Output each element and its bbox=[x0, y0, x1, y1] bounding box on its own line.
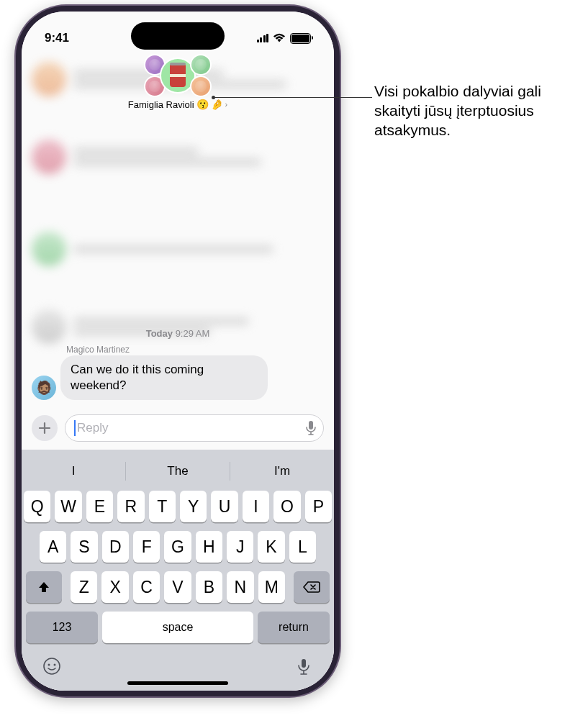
key[interactable]: H bbox=[196, 531, 222, 563]
plus-button[interactable] bbox=[32, 415, 58, 441]
key[interactable]: R bbox=[117, 491, 144, 522]
callout-text: Visi pokalbio dalyviai gali skaityti jūs… bbox=[374, 81, 576, 140]
key[interactable]: N bbox=[227, 571, 253, 603]
message-bubble[interactable]: Can we do it this coming weekend? bbox=[60, 355, 268, 400]
numbers-key[interactable]: 123 bbox=[26, 612, 98, 643]
chevron-right-icon: › bbox=[225, 100, 228, 109]
key[interactable]: Y bbox=[180, 491, 207, 522]
key[interactable]: F bbox=[133, 531, 160, 563]
svg-rect-0 bbox=[309, 421, 313, 430]
backspace-icon bbox=[303, 581, 320, 594]
phone-frame: 9:41 Famiglia Ravioli 😗 bbox=[16, 6, 340, 696]
group-emoji: 😗 bbox=[196, 99, 209, 110]
text-caret bbox=[74, 420, 76, 436]
keyboard-row: Q W E R T Y U I O P bbox=[24, 491, 332, 522]
battery-icon bbox=[290, 33, 311, 44]
key[interactable]: S bbox=[71, 531, 97, 563]
sender-label: Magico Martinez bbox=[66, 345, 334, 355]
timestamp-day: Today bbox=[146, 328, 173, 339]
group-emoji: 🤌 bbox=[211, 99, 223, 110]
key[interactable]: K bbox=[258, 531, 284, 563]
participant-avatar-callout-target bbox=[190, 76, 212, 97]
key[interactable]: D bbox=[102, 531, 129, 563]
space-key[interactable]: space bbox=[102, 612, 253, 643]
microphone-icon[interactable] bbox=[304, 419, 317, 437]
plus-icon bbox=[37, 421, 52, 435]
key[interactable]: W bbox=[55, 491, 81, 522]
return-key[interactable]: return bbox=[258, 612, 330, 643]
key[interactable]: Z bbox=[71, 571, 97, 603]
group-title[interactable]: Famiglia Ravioli 😗 🤌 › bbox=[128, 99, 227, 110]
key[interactable]: O bbox=[273, 491, 300, 522]
keyboard-bottom-row: 123 space return bbox=[24, 612, 332, 643]
callout-leader-line bbox=[214, 97, 372, 98]
emoji-icon[interactable] bbox=[42, 656, 62, 676]
home-indicator[interactable] bbox=[127, 681, 228, 685]
key[interactable]: J bbox=[227, 531, 253, 563]
timestamp-time: 9:29 AM bbox=[176, 328, 210, 339]
keyboard-row: A S D F G H J K L bbox=[24, 531, 332, 563]
key[interactable]: P bbox=[305, 491, 332, 522]
key[interactable]: Q bbox=[24, 491, 50, 522]
wifi-icon bbox=[273, 33, 286, 43]
suggestion-bar: I The I'm bbox=[22, 454, 334, 488]
dynamic-island bbox=[131, 22, 225, 50]
shift-key[interactable] bbox=[26, 571, 62, 603]
key[interactable]: M bbox=[258, 571, 285, 603]
svg-point-3 bbox=[54, 664, 56, 666]
key[interactable]: E bbox=[86, 491, 113, 522]
keyboard: I The I'm Q W E R T Y U I bbox=[22, 450, 334, 691]
status-time: 9:41 bbox=[45, 31, 69, 45]
sender-avatar[interactable]: 🧔🏽 bbox=[32, 376, 56, 400]
timestamp: Today 9:29 AM bbox=[22, 328, 334, 339]
key[interactable]: V bbox=[164, 571, 191, 603]
key[interactable]: X bbox=[101, 571, 128, 603]
suggestion[interactable]: I'm bbox=[230, 464, 334, 478]
dictation-icon[interactable] bbox=[294, 656, 314, 676]
reply-input[interactable]: Reply bbox=[65, 414, 324, 442]
input-row: Reply bbox=[22, 414, 334, 442]
group-name-label: Famiglia Ravioli bbox=[128, 99, 194, 110]
message-area: Magico Martinez 🧔🏽 Can we do it this com… bbox=[22, 345, 334, 400]
screen: 9:41 Famiglia Ravioli 😗 bbox=[22, 12, 334, 691]
key[interactable]: I bbox=[243, 491, 269, 522]
group-avatars bbox=[138, 55, 217, 96]
key[interactable]: C bbox=[133, 571, 160, 603]
shift-icon bbox=[37, 580, 51, 594]
conversation-header[interactable]: Famiglia Ravioli 😗 🤌 › bbox=[22, 51, 334, 117]
key[interactable]: L bbox=[289, 531, 316, 563]
key[interactable]: U bbox=[211, 491, 238, 522]
key[interactable]: T bbox=[149, 491, 176, 522]
chat-background: 9:41 Famiglia Ravioli 😗 bbox=[22, 12, 334, 691]
suggestion[interactable]: The bbox=[126, 464, 230, 478]
reply-placeholder: Reply bbox=[77, 421, 304, 435]
svg-point-2 bbox=[48, 664, 50, 666]
svg-rect-4 bbox=[302, 659, 306, 668]
key[interactable]: A bbox=[40, 531, 66, 563]
message-row: 🧔🏽 Can we do it this coming weekend? bbox=[22, 355, 334, 400]
key[interactable]: B bbox=[196, 571, 222, 603]
svg-point-1 bbox=[44, 658, 60, 674]
key[interactable]: G bbox=[164, 531, 191, 563]
backspace-key[interactable] bbox=[294, 571, 330, 603]
cellular-icon bbox=[257, 34, 269, 42]
suggestion[interactable]: I bbox=[22, 464, 125, 478]
keyboard-row: Z X C V B N M bbox=[24, 571, 332, 603]
